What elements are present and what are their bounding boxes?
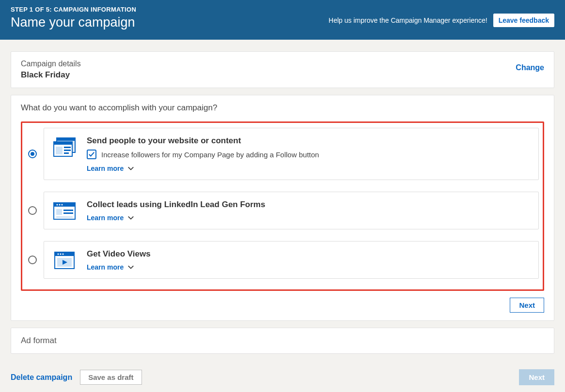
step-indicator: STEP 1 OF 5: CAMPAIGN INFORMATION (11, 6, 136, 13)
leads-icon (53, 201, 76, 221)
radio-leads[interactable] (28, 206, 37, 215)
svg-rect-3 (54, 142, 72, 145)
svg-rect-1 (57, 138, 75, 141)
header-left: STEP 1 OF 5: CAMPAIGN INFORMATION Name y… (11, 4, 136, 30)
campaign-name: Black Friday (21, 70, 544, 80)
svg-point-21 (63, 254, 64, 255)
page-body: Campaign details Black Friday Change Wha… (0, 40, 565, 369)
radio-video[interactable] (28, 256, 37, 264)
svg-rect-15 (63, 212, 73, 214)
option-title-video: Get Video Views (87, 249, 530, 259)
goal-option-leads[interactable]: Collect leads using LinkedIn Lead Gen Fo… (25, 192, 539, 229)
chevron-down-icon (127, 264, 134, 271)
learn-more-label: Learn more (87, 214, 124, 222)
followers-checkbox-label: Increase followers for my Company Page b… (101, 151, 319, 159)
svg-point-12 (62, 204, 63, 206)
check-icon (88, 151, 95, 158)
goal-card: What do you want to accomplish with your… (11, 95, 554, 321)
learn-more-video[interactable]: Learn more (87, 263, 134, 271)
svg-rect-7 (64, 152, 69, 154)
chevron-down-icon (127, 165, 134, 172)
svg-rect-16 (56, 216, 73, 218)
footer-next-button[interactable]: Next (519, 369, 554, 385)
goal-next-button[interactable]: Next (510, 298, 544, 313)
improve-text: Help us improve the Campaign Manager exp… (329, 16, 487, 24)
learn-more-leads[interactable]: Learn more (87, 214, 134, 222)
svg-point-11 (59, 204, 61, 206)
leave-feedback-button[interactable]: Leave feedback (493, 14, 554, 27)
goal-question: What do you want to accomplish with your… (21, 103, 544, 113)
option-body-website: Send people to your website or content I… (87, 136, 530, 173)
svg-rect-13 (56, 209, 62, 215)
ad-format-label: Ad format (21, 336, 544, 346)
learn-more-label: Learn more (87, 165, 124, 172)
goal-option-website[interactable]: Send people to your website or content I… (25, 128, 539, 180)
delete-campaign-link[interactable]: Delete campaign (11, 373, 72, 382)
change-link[interactable]: Change (516, 63, 544, 72)
goal-options-highlight: Send people to your website or content I… (21, 121, 544, 291)
campaign-details-label: Campaign details (21, 60, 544, 68)
video-icon (53, 250, 76, 271)
campaign-details-card: Campaign details Black Friday Change (11, 51, 554, 88)
svg-point-20 (60, 254, 62, 255)
save-draft-button[interactable]: Save as draft (80, 370, 141, 385)
learn-more-label: Learn more (87, 263, 124, 271)
website-icon (53, 137, 76, 157)
learn-more-website[interactable]: Learn more (87, 165, 134, 172)
footer-left: Delete campaign Save as draft (11, 370, 142, 385)
goal-next-wrap: Next (21, 298, 544, 313)
svg-rect-4 (56, 147, 63, 154)
option-title-website: Send people to your website or content (87, 136, 530, 146)
page-footer: Delete campaign Save as draft Next (0, 369, 565, 392)
svg-point-10 (57, 204, 58, 206)
radio-website[interactable] (28, 150, 37, 158)
followers-checkbox-row[interactable]: Increase followers for my Company Page b… (87, 150, 530, 159)
svg-rect-14 (63, 210, 73, 211)
svg-rect-6 (64, 150, 71, 151)
option-card-video[interactable]: Get Video Views Learn more (44, 241, 539, 279)
chevron-down-icon (127, 214, 134, 221)
ad-format-card: Ad format (11, 328, 554, 354)
page-title: Name your campaign (11, 15, 136, 30)
svg-rect-5 (64, 147, 71, 148)
svg-point-19 (58, 254, 59, 255)
option-body-video: Get Video Views Learn more (87, 249, 530, 271)
option-card-website[interactable]: Send people to your website or content I… (44, 128, 539, 180)
goal-option-video[interactable]: Get Video Views Learn more (25, 241, 539, 279)
option-title-leads: Collect leads using LinkedIn Lead Gen Fo… (87, 200, 530, 210)
header-right: Help us improve the Campaign Manager exp… (329, 14, 554, 27)
followers-checkbox[interactable] (87, 150, 96, 159)
page-header: STEP 1 OF 5: CAMPAIGN INFORMATION Name y… (0, 0, 565, 40)
option-card-leads[interactable]: Collect leads using LinkedIn Lead Gen Fo… (44, 192, 539, 229)
option-body-leads: Collect leads using LinkedIn Lead Gen Fo… (87, 200, 530, 222)
